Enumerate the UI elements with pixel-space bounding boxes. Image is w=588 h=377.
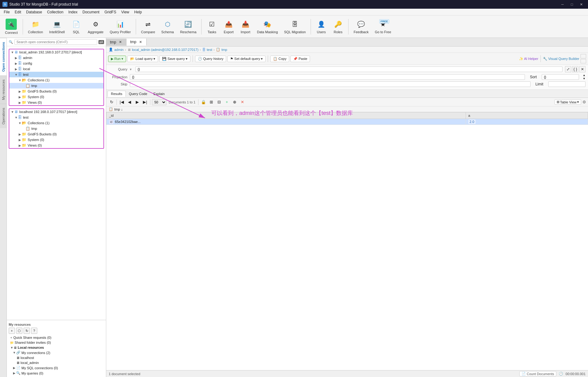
res-help-button[interactable]: ? xyxy=(31,328,37,334)
menu-document[interactable]: Document xyxy=(80,9,102,15)
folder-gridfs-1[interactable]: ▶ 📁 GridFS Buckets (0) xyxy=(9,89,103,94)
menu-gridfs[interactable]: GridFS xyxy=(102,9,119,15)
menu-file[interactable]: File xyxy=(1,9,12,15)
collection-tmp-2[interactable]: 📋 tmp xyxy=(9,126,103,131)
count-docs-button[interactable]: 📄 Count Documents xyxy=(519,371,556,376)
query-format-btn[interactable]: { } xyxy=(572,66,578,72)
add-doc-btn[interactable]: + xyxy=(223,99,230,105)
localhost-res-item[interactable]: 🖥 localhost xyxy=(9,355,104,360)
query-dropdown-icon[interactable]: ▾ xyxy=(130,67,132,71)
res-refresh-button[interactable]: ↻ xyxy=(24,328,30,334)
vqb-button[interactable]: 🔧 Visual Query Builder xyxy=(543,57,579,61)
clone-doc-btn[interactable]: ⊕ xyxy=(231,99,238,105)
next-page-btn[interactable]: ▶ xyxy=(134,99,141,105)
paste-button[interactable]: 📌 Paste xyxy=(290,56,310,62)
query-history-button[interactable]: 🕐 Query history xyxy=(195,56,226,62)
menu-index[interactable]: Index xyxy=(66,9,80,15)
menu-edit[interactable]: Edit xyxy=(12,9,24,15)
save-dropdown-icon[interactable]: ▾ xyxy=(186,57,188,61)
menu-database[interactable]: Database xyxy=(24,9,44,15)
query-clear-btn[interactable]: ✕ xyxy=(579,66,586,72)
db-admin[interactable]: ▶ 🗄 admin xyxy=(9,55,103,61)
save-query-button[interactable]: 💾 Save query ▾ xyxy=(159,56,190,62)
menu-view[interactable]: View xyxy=(119,9,132,15)
query-input[interactable] xyxy=(135,66,563,72)
db-config[interactable]: ▶ 🗄 config xyxy=(9,61,103,66)
settings-icon[interactable]: ⚙ xyxy=(582,100,586,104)
data-masking-button[interactable]: 🎭 Data Masking xyxy=(254,18,280,35)
tab-tmp-2[interactable]: tmp ✕ xyxy=(126,39,147,46)
import-button[interactable]: 📥 Import xyxy=(238,18,253,35)
shared-folder-item[interactable]: 📁 Shared folder invites (0) xyxy=(9,340,104,345)
table-row[interactable]: id 65e342102bae... 2.0 xyxy=(107,119,588,125)
page-size-select[interactable]: 50 100 200 xyxy=(152,99,166,105)
set-default-button[interactable]: ⚑ Set default query ▾ xyxy=(227,56,266,62)
folder-gridfs-2[interactable]: ▶ 📁 GridFS Buckets (0) xyxy=(9,131,103,137)
operations-vtab[interactable]: Operations xyxy=(0,104,7,128)
reschema-button[interactable]: 🔄 Reschema xyxy=(178,18,199,35)
skip-input[interactable] xyxy=(130,81,531,87)
search-input[interactable] xyxy=(14,39,97,45)
refresh-btn[interactable]: ↻ xyxy=(108,99,115,105)
folder-collections-1[interactable]: ▼ 📂 Collections (1) xyxy=(9,77,103,83)
db-test[interactable]: ▼ 🗄 test xyxy=(9,72,103,77)
res-share-button[interactable]: ⬡ xyxy=(16,328,22,334)
db-test-2[interactable]: ▼ 🗄 test xyxy=(9,115,103,120)
connection-localhost-header[interactable]: ▼ 🖥 localhost 192.168.0.107:27017 [direc… xyxy=(9,109,103,115)
run-dropdown-icon[interactable]: ▾ xyxy=(121,57,123,61)
local-admin-res-item[interactable]: 🖥 local_admin xyxy=(9,360,104,365)
col-header-id[interactable]: _id xyxy=(107,112,466,119)
close-tab-2[interactable]: ✕ xyxy=(138,40,143,44)
maximize-button[interactable]: □ xyxy=(567,1,576,8)
collection-button[interactable]: 📁 Collection xyxy=(25,18,45,35)
results-tab[interactable]: Results xyxy=(107,91,126,97)
load-dropdown-icon[interactable]: ▾ xyxy=(153,57,155,61)
tab-tmp-1[interactable]: tmp ✕ xyxy=(106,39,126,46)
sort-input[interactable] xyxy=(542,74,579,80)
sort-desc-btn[interactable]: ▼ xyxy=(583,77,586,80)
sort-asc-btn[interactable]: ▲ xyxy=(583,74,586,77)
query-code-tab[interactable]: Query Code xyxy=(126,91,150,97)
compare-button[interactable]: ⇌ Compare xyxy=(139,18,157,35)
quick-share-item[interactable]: ✦ Quick Share requests (0) xyxy=(9,335,104,340)
bc-connection[interactable]: local_admin (admin@192.168.0.107:27017) xyxy=(132,48,198,52)
explain-tab[interactable]: Explain xyxy=(150,91,168,97)
close-tab-1[interactable]: ✕ xyxy=(118,40,122,44)
collection-tmp-1[interactable]: 📋 tmp xyxy=(9,83,103,89)
bc-admin[interactable]: admin xyxy=(114,48,124,52)
feedback-button[interactable]: 💬 Feedback xyxy=(351,18,371,35)
run-button[interactable]: ▶ Run ▾ xyxy=(108,56,126,62)
my-resources-vtab[interactable]: My resources xyxy=(0,75,7,104)
bc-collection[interactable]: tmp xyxy=(221,48,227,52)
connect-button[interactable]: 🔌 Connect xyxy=(2,17,20,36)
folder-views-1[interactable]: ▶ 📁 Views (0) xyxy=(9,100,103,105)
open-connections-vtab[interactable]: Open connections xyxy=(0,38,7,75)
query-expand-btn[interactable]: ⤢ xyxy=(565,66,571,72)
schema-button[interactable]: ⬡ Schema xyxy=(159,18,176,35)
my-connections-item[interactable]: ▼ 🔗 My connections (2) xyxy=(9,350,104,355)
roles-button[interactable]: 🔑 Roles xyxy=(330,18,346,35)
load-query-button[interactable]: 📂 Load query ▾ xyxy=(127,56,158,62)
folder-views-2[interactable]: ▶ 📁 Views (0) xyxy=(9,143,103,148)
intellishell-button[interactable]: 💻 IntelliShell xyxy=(47,18,67,35)
res-add-button[interactable]: + xyxy=(9,328,15,334)
case-sensitive-toggle[interactable]: aA xyxy=(98,40,104,44)
bc-db[interactable]: test xyxy=(207,48,212,52)
ai-helper-button[interactable]: ✨ AI Helper xyxy=(519,57,538,61)
projection-input[interactable] xyxy=(130,74,525,80)
col-header-a[interactable]: a xyxy=(466,112,588,119)
first-page-btn[interactable]: |◀ xyxy=(118,99,125,105)
aggregate-button[interactable]: ⚙ Aggregate xyxy=(85,18,106,35)
connection-local-admin-header[interactable]: ▼ 🖥 local_admin 192.168.0.107:27017 [dir… xyxy=(9,49,103,55)
query-profiler-button[interactable]: 📊 Query Profiler xyxy=(107,18,133,35)
sql-migration-button[interactable]: 🗄 SQL Migration xyxy=(282,18,308,35)
sql-button[interactable]: 📄 SQL xyxy=(68,18,84,35)
last-page-btn[interactable]: ▶| xyxy=(142,99,148,105)
folder-collections-2[interactable]: ▼ 📂 Collections (1) xyxy=(9,120,103,126)
lock-btn[interactable]: 🔒 xyxy=(200,99,207,105)
collapse-button[interactable] xyxy=(581,59,586,63)
view-mode-select[interactable]: ⊞ Table View ▾ xyxy=(554,99,581,105)
collapse-doc-btn[interactable]: ⊟ xyxy=(216,99,222,105)
users-button[interactable]: 👤 Users xyxy=(313,18,329,35)
expand-button[interactable] xyxy=(581,54,586,58)
